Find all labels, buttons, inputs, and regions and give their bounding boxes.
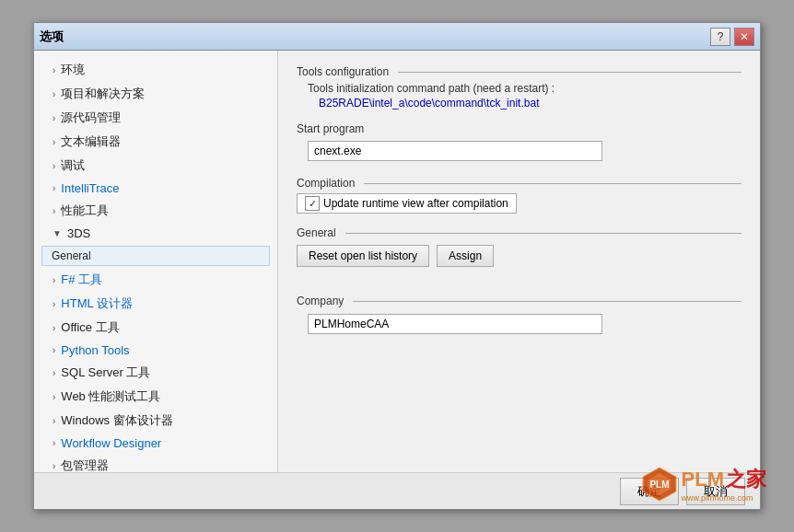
general-label: General <box>297 226 741 239</box>
arrow-icon: › <box>53 438 55 448</box>
sidebar-item-html-designer[interactable]: › HTML 设计器 <box>34 292 277 316</box>
plm-text-group: PLM 之家 www.plmhome.com <box>682 466 766 503</box>
plus-label: 之家 <box>726 466 766 493</box>
assign-button[interactable]: Assign <box>437 245 494 267</box>
sidebar-item-windows-forms[interactable]: › Windows 窗体设计器 <box>34 409 277 433</box>
plm-logo-icon: PLM <box>641 466 678 503</box>
checkbox-update-runtime[interactable]: ✓ Update runtime view after compilation <box>297 193 517 214</box>
reset-open-list-button[interactable]: Reset open list history <box>297 245 429 267</box>
company-section: Company <box>297 295 741 337</box>
company-label: Company <box>297 295 741 307</box>
tools-config-section: Tools configuration Tools initialization… <box>297 65 741 110</box>
arrow-icon: › <box>53 299 55 309</box>
start-program-section: Start program <box>297 122 741 164</box>
tools-config-label: Tools configuration <box>297 65 741 78</box>
company-input[interactable] <box>308 314 602 334</box>
help-button[interactable]: ? <box>710 28 730 46</box>
sidebar-item-fsharp[interactable]: › F# 工具 <box>34 268 277 292</box>
main-content: Tools configuration Tools initialization… <box>278 51 760 472</box>
svg-text:PLM: PLM <box>649 480 669 490</box>
sidebar-item-python-tools[interactable]: › Python Tools <box>34 340 277 361</box>
arrow-icon: › <box>53 161 55 171</box>
sidebar-item-debug[interactable]: › 调试 <box>34 154 277 178</box>
arrow-icon: ▼ <box>53 228 62 238</box>
compilation-section: Compilation ✓ Update runtime view after … <box>297 177 741 214</box>
init-path-value: B25RADE\intel_a\code\command\tck_init.ba… <box>319 97 741 110</box>
sidebar-item-workflow[interactable]: › Workflow Designer <box>34 433 277 454</box>
init-path-group: Tools initialization command path (need … <box>308 82 741 110</box>
sidebar-item-intellitrace[interactable]: › IntelliTrace <box>34 178 277 199</box>
arrow-icon: › <box>53 416 55 426</box>
sidebar-item-web-perf[interactable]: › Web 性能测试工具 <box>34 385 277 409</box>
sidebar-item-source-control[interactable]: › 源代码管理 <box>34 106 277 130</box>
general-section: General Reset open list history Assign <box>297 226 741 267</box>
start-program-input[interactable] <box>308 141 602 161</box>
dialog-body: › 环境 › 项目和解决方案 › 源代码管理 › 文本编辑器 › 调试 › In… <box>34 51 760 472</box>
title-bar: 选项 ? ✕ <box>34 23 760 51</box>
arrow-icon: › <box>53 89 55 99</box>
arrow-icon: › <box>53 392 55 402</box>
checkbox-text: Update runtime view after compilation <box>323 197 508 210</box>
sidebar-item-package-mgr[interactable]: › 包管理器 <box>34 454 277 472</box>
sidebar-item-general[interactable]: General <box>41 246 270 266</box>
sidebar-item-perf-tools[interactable]: › 性能工具 <box>34 199 277 223</box>
start-program-label: Start program <box>297 122 741 135</box>
plm-label: PLM <box>682 468 724 492</box>
company-input-wrap <box>308 311 741 337</box>
general-buttons: Reset open list history Assign <box>297 245 741 267</box>
sidebar-item-3ds[interactable]: ▼ 3DS <box>34 223 277 244</box>
arrow-icon: › <box>53 183 55 193</box>
arrow-icon: › <box>53 65 55 75</box>
init-label: Tools initialization command path (need … <box>308 82 741 95</box>
arrow-icon: › <box>53 113 55 123</box>
arrow-icon: › <box>53 206 55 216</box>
sidebar-item-office-tools[interactable]: › Office 工具 <box>34 316 277 340</box>
sidebar-item-environment[interactable]: › 环境 <box>34 58 277 82</box>
dialog-title: 选项 <box>40 29 64 45</box>
arrow-icon: › <box>53 345 55 355</box>
checkbox-row: ✓ Update runtime view after compilation <box>297 193 741 214</box>
sidebar-item-text-editor[interactable]: › 文本编辑器 <box>34 130 277 154</box>
watermark-logo: PLM PLM 之家 www.plmhome.com <box>641 466 766 503</box>
title-bar-buttons: ? ✕ <box>710 28 754 46</box>
sidebar-item-projects[interactable]: › 项目和解决方案 <box>34 82 277 106</box>
close-button[interactable]: ✕ <box>734 28 754 46</box>
sidebar-item-sql-tools[interactable]: › SQL Server 工具 <box>34 361 277 385</box>
checkbox-icon[interactable]: ✓ <box>305 196 320 211</box>
options-dialog: 选项 ? ✕ › 环境 › 项目和解决方案 › 源代码管理 › 文本编辑器 <box>33 22 761 510</box>
arrow-icon: › <box>53 461 55 471</box>
arrow-icon: › <box>53 368 55 378</box>
sidebar: › 环境 › 项目和解决方案 › 源代码管理 › 文本编辑器 › 调试 › In… <box>34 51 278 472</box>
compilation-label: Compilation <box>297 177 741 190</box>
watermark: PLM PLM 之家 www.plmhome.com <box>641 466 766 503</box>
plm-url: www.plmhome.com <box>682 493 766 503</box>
arrow-icon: › <box>53 275 55 285</box>
arrow-icon: › <box>53 137 55 147</box>
arrow-icon: › <box>53 323 55 333</box>
start-program-input-wrap <box>308 138 741 164</box>
